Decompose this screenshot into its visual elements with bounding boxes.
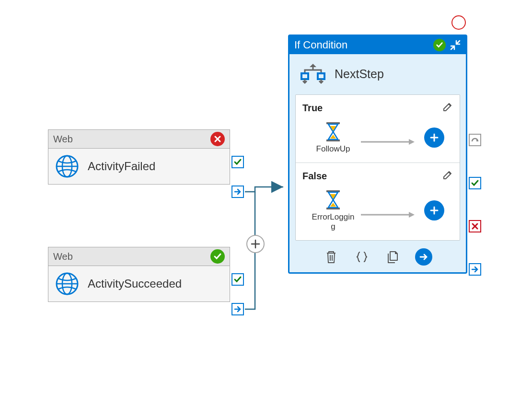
- branch-label: False: [302, 171, 327, 182]
- hourglass-icon: [324, 121, 343, 142]
- collapse-icon[interactable]: [450, 39, 461, 51]
- activity-type-label: Web: [53, 251, 73, 262]
- code-button[interactable]: [354, 249, 370, 265]
- activity-body: ActivitySucceeded: [48, 266, 230, 302]
- wait-activity[interactable]: FollowUp: [311, 121, 355, 154]
- branch-true[interactable]: True FollowUp: [296, 95, 460, 162]
- edit-icon[interactable]: [442, 170, 453, 183]
- activity-type-label: Web: [53, 134, 73, 145]
- branch-false[interactable]: False ErrorLogging: [296, 162, 460, 240]
- skip-output-badge[interactable]: [469, 134, 481, 146]
- status-success-icon: [210, 249, 225, 264]
- condition-toolbar: [289, 244, 466, 272]
- completion-output-badge[interactable]: [231, 186, 244, 198]
- activity-node-succeeded[interactable]: Web ActivitySucceeded: [48, 247, 230, 302]
- connector-arrow: [361, 137, 418, 138]
- branch-header: True: [302, 102, 453, 115]
- branches-container: True FollowUp: [295, 94, 460, 241]
- completion-output-badge[interactable]: [469, 263, 481, 276]
- wait-activity-name: ErrorLogging: [311, 212, 355, 232]
- branch-body: ErrorLogging: [302, 189, 453, 232]
- status-error-icon: [210, 132, 225, 146]
- connector-arrow: [361, 210, 418, 211]
- condition-type-label: If Condition: [294, 39, 347, 51]
- add-branch-button[interactable]: [246, 235, 265, 253]
- condition-title-row: NextStep: [289, 54, 466, 91]
- activity-body: ActivityFailed: [48, 149, 230, 184]
- success-output-badge[interactable]: [231, 273, 244, 286]
- wait-activity[interactable]: ErrorLogging: [311, 189, 355, 232]
- branch-header: False: [302, 170, 453, 183]
- hourglass-icon: [324, 189, 343, 210]
- add-activity-button[interactable]: [424, 128, 444, 148]
- activity-name: ActivitySucceeded: [88, 277, 182, 290]
- wait-activity-name: FollowUp: [316, 144, 350, 154]
- copy-button[interactable]: [384, 249, 401, 265]
- success-output-badge[interactable]: [231, 156, 244, 168]
- pipeline-canvas[interactable]: Web ActivityFailed Web: [0, 0, 532, 406]
- completion-output-badge[interactable]: [231, 303, 244, 315]
- failure-output-badge[interactable]: [469, 220, 481, 232]
- if-condition-panel[interactable]: If Condition: [288, 35, 467, 274]
- run-button[interactable]: [415, 248, 432, 266]
- globe-icon: [55, 272, 79, 296]
- branch-body: FollowUp: [302, 121, 453, 154]
- delete-button[interactable]: [323, 249, 339, 265]
- svg-rect-7: [318, 73, 324, 79]
- branch-label: True: [302, 103, 323, 114]
- add-activity-button[interactable]: [424, 200, 444, 220]
- condition-header: If Condition: [289, 36, 466, 54]
- activity-name: ActivityFailed: [88, 160, 155, 173]
- activity-header: Web: [48, 247, 230, 266]
- condition-name: NextStep: [335, 67, 384, 81]
- edit-icon[interactable]: [442, 102, 453, 115]
- success-output-badge[interactable]: [469, 177, 481, 189]
- switch-icon: [298, 62, 328, 86]
- breakpoint-indicator[interactable]: [451, 15, 466, 30]
- status-success-icon: [433, 39, 446, 51]
- activity-node-failed[interactable]: Web ActivityFailed: [48, 129, 230, 185]
- activity-header: Web: [48, 130, 230, 149]
- svg-rect-6: [301, 73, 308, 79]
- globe-icon: [55, 154, 79, 178]
